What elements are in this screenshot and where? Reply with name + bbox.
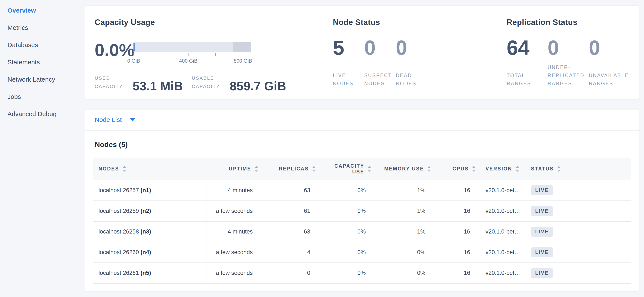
column-header-cpus[interactable]: CPUS	[431, 158, 476, 180]
sidebar-item-statements[interactable]: Statements	[0, 53, 84, 71]
capacity-use-cell: 0%	[316, 221, 371, 242]
version-cell: v20.1.0-bet…	[476, 242, 526, 263]
sidebar-nav: Overview Metrics Databases Statements Ne…	[0, 0, 84, 297]
sort-icon	[427, 166, 431, 172]
uptime-cell: a few seconds	[206, 201, 258, 221]
total-ranges-value: 64	[507, 37, 530, 58]
sort-icon	[472, 166, 476, 172]
cpus-cell: 16	[431, 201, 476, 221]
column-label: CPUS	[452, 166, 469, 172]
cluster-summary-panel: Capacity Usage Node Status Replication S…	[84, 5, 639, 99]
status-cell: LIVE	[526, 201, 631, 221]
used-capacity-value: 53.1 MiB	[133, 80, 183, 92]
nodes-table: NODES UPTIME REPLICAS CAPACITY USE MEMOR…	[94, 158, 631, 284]
memory-use-cell: 0%	[371, 242, 431, 263]
total-ranges-label: TOTAL RANGES	[507, 72, 539, 88]
sidebar-item-metrics[interactable]: Metrics	[0, 19, 84, 36]
column-header-version[interactable]: VERSION	[476, 158, 526, 180]
column-header-nodes[interactable]: NODES	[94, 158, 206, 180]
capacity-use-cell: 0%	[316, 242, 371, 263]
capacity-percent-value: 0.0%	[95, 41, 134, 59]
uptime-cell: 4 minutes	[206, 221, 258, 242]
axis-tick	[188, 53, 188, 56]
column-label: STATUS	[531, 166, 554, 172]
sidebar-item-network-latency[interactable]: Network Latency	[0, 71, 84, 88]
column-label: UPTIME	[229, 166, 251, 172]
replicas-cell: 61	[258, 201, 316, 221]
memory-use-cell: 1%	[371, 221, 431, 242]
live-nodes-label: LIVE NODES	[333, 72, 362, 88]
sidebar-item-databases[interactable]: Databases	[0, 36, 84, 53]
cpus-cell: 16	[431, 263, 476, 283]
column-header-replicas[interactable]: REPLICAS	[258, 158, 316, 180]
capacity-gauge-dark-segment	[233, 42, 251, 52]
node-name-cell[interactable]: localhost:26258 (n3)	[94, 221, 206, 242]
table-row: localhost:26260 (n4) a few seconds 4 0% …	[94, 242, 631, 263]
nodes-panel: Nodes (5) NODES UPTIME REPLICAS	[84, 131, 639, 291]
sort-icon	[312, 166, 316, 172]
axis-label-400gib: 400 GiB	[179, 58, 198, 64]
live-nodes-value: 5	[333, 37, 344, 58]
chevron-down-icon[interactable]	[130, 118, 136, 121]
status-badge: LIVE	[531, 185, 553, 195]
status-badge: LIVE	[531, 227, 553, 237]
sidebar-item-overview[interactable]: Overview	[0, 2, 84, 19]
axis-tick	[243, 53, 243, 56]
table-header-row: NODES UPTIME REPLICAS CAPACITY USE MEMOR…	[94, 158, 631, 180]
sidebar-item-advanced-debug[interactable]: Advanced Debug	[0, 105, 84, 122]
column-header-uptime[interactable]: UPTIME	[206, 158, 258, 180]
column-header-memory-use[interactable]: MEMORY USE	[371, 158, 431, 180]
version-cell: v20.1.0-bet…	[476, 263, 526, 283]
under-replicated-ranges-value: 0	[548, 37, 559, 58]
axis-tick	[216, 53, 216, 56]
suspect-nodes-label: SUSPECT NODES	[364, 72, 396, 88]
column-label: MEMORY USE	[384, 166, 424, 172]
column-label: VERSION	[486, 166, 512, 172]
uptime-cell: 4 minutes	[206, 180, 258, 201]
column-header-capacity-use[interactable]: CAPACITY USE	[316, 158, 371, 180]
unavailable-ranges-label: UNAVAILABLE RANGES	[589, 72, 636, 88]
version-cell: v20.1.0-bet…	[476, 221, 526, 242]
axis-tick	[161, 53, 161, 56]
nodes-table-title: Nodes (5)	[95, 140, 128, 149]
capacity-use-cell: 0%	[316, 180, 371, 201]
dead-nodes-label: DEAD NODES	[396, 72, 424, 88]
under-replicated-ranges-label: UNDER-REPLICATED RANGES	[548, 63, 589, 88]
status-cell: LIVE	[526, 221, 631, 242]
replicas-cell: 63	[258, 180, 316, 201]
capacity-usage-title: Capacity Usage	[95, 18, 155, 27]
replication-status-title: Replication Status	[507, 18, 578, 27]
status-cell: LIVE	[526, 263, 631, 283]
column-label: REPLICAS	[279, 166, 309, 172]
sort-icon	[254, 166, 258, 172]
node-name-cell[interactable]: localhost:26261 (n5)	[94, 263, 206, 283]
memory-use-cell: 0%	[371, 263, 431, 283]
cpus-cell: 16	[431, 180, 476, 201]
cpus-cell: 16	[431, 242, 476, 263]
column-header-status[interactable]: STATUS	[526, 158, 631, 180]
used-capacity-label: USED CAPACITY	[95, 74, 131, 92]
capacity-stats: USED CAPACITY 53.1 MiB USABLE CAPACITY 8…	[95, 74, 286, 92]
node-name-cell[interactable]: localhost:26257 (n1)	[94, 180, 206, 201]
column-label: CAPACITY USE	[332, 163, 364, 175]
node-status-title: Node Status	[333, 18, 380, 27]
sidebar-item-jobs[interactable]: Jobs	[0, 88, 84, 105]
view-selector-bar: Node List	[84, 109, 639, 130]
sort-icon	[516, 166, 519, 172]
dead-nodes-value: 0	[396, 37, 407, 58]
node-list-dropdown[interactable]: Node List	[95, 116, 122, 123]
status-cell: LIVE	[526, 180, 631, 201]
replicas-cell: 0	[258, 263, 316, 283]
memory-use-cell: 1%	[371, 180, 431, 201]
column-label: NODES	[98, 166, 119, 172]
status-cell: LIVE	[526, 242, 631, 263]
axis-label-0gib: 0 GiB	[127, 58, 140, 64]
node-name-cell[interactable]: localhost:26260 (n4)	[94, 242, 206, 263]
sort-icon	[122, 166, 126, 172]
capacity-use-cell: 0%	[316, 201, 371, 221]
version-cell: v20.1.0-bet…	[476, 201, 526, 221]
node-name-cell[interactable]: localhost:26259 (n2)	[94, 201, 206, 221]
table-row: localhost:26258 (n3) 4 minutes 63 0% 1% …	[94, 221, 631, 242]
replicas-cell: 63	[258, 221, 316, 242]
unavailable-ranges-value: 0	[589, 37, 600, 58]
